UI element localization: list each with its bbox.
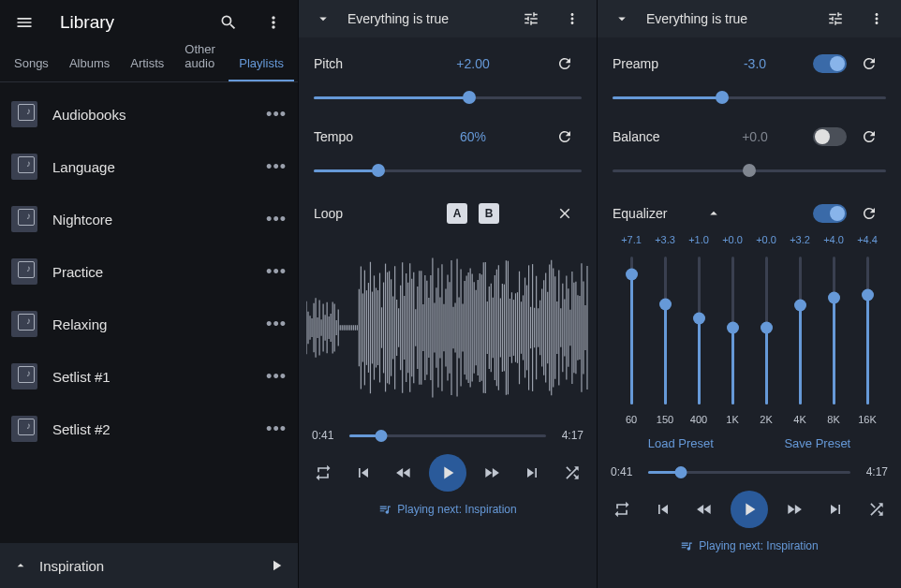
more-icon[interactable]: •••	[266, 419, 287, 439]
eq-slider[interactable]	[833, 257, 835, 404]
eq-band[interactable]: +1.0400	[682, 234, 716, 425]
eq-slider[interactable]	[731, 257, 734, 404]
more-icon[interactable]: •••	[266, 105, 287, 125]
eq-band[interactable]: +3.24K	[783, 234, 817, 425]
waveform[interactable]	[299, 234, 597, 421]
more-icon[interactable]: •••	[266, 210, 287, 229]
eq-freq: 2K	[760, 414, 772, 425]
chevron-up-icon[interactable]	[697, 197, 731, 230]
playlist-icon	[11, 363, 37, 390]
equalizer-row: Equalizer	[613, 193, 886, 234]
equalizer-toggle[interactable]	[813, 204, 847, 223]
play-button[interactable]	[731, 491, 768, 528]
tab-playlists[interactable]: Playlists	[229, 47, 294, 81]
repeat-icon[interactable]	[308, 458, 338, 488]
eq-band[interactable]: +3.3150	[648, 234, 682, 425]
eq-freq: 150	[657, 414, 673, 425]
playlist-item[interactable]: Practice•••	[0, 245, 298, 298]
forward-icon[interactable]	[779, 494, 809, 524]
eq-slider[interactable]	[630, 257, 633, 404]
repeat-icon[interactable]	[607, 494, 637, 524]
more-icon[interactable]: •••	[266, 367, 287, 387]
eq-slider[interactable]	[866, 257, 869, 404]
pitch-value[interactable]: +2.00	[398, 56, 548, 71]
tab-songs[interactable]: Songs	[4, 47, 59, 81]
reset-icon[interactable]	[852, 197, 886, 230]
reset-icon[interactable]	[548, 47, 582, 81]
pitch-slider[interactable]	[314, 81, 582, 114]
menu-icon[interactable]	[7, 6, 41, 39]
eq-slider[interactable]	[765, 257, 768, 404]
eq-band[interactable]: +4.08K	[817, 234, 850, 425]
tempo-value[interactable]: 60%	[398, 129, 548, 144]
rewind-icon[interactable]	[389, 458, 419, 488]
playlist-name: Setlist #2	[52, 421, 251, 437]
tab-artists[interactable]: Artists	[120, 47, 174, 81]
playing-next[interactable]: Playing next: Inspiration	[598, 533, 901, 559]
playlist-item[interactable]: Setlist #2•••	[0, 403, 298, 455]
playlist-item[interactable]: Language•••	[0, 140, 298, 193]
reset-icon[interactable]	[548, 120, 582, 154]
balance-label: Balance	[613, 129, 697, 144]
forward-icon[interactable]	[477, 458, 507, 488]
preamp-toggle[interactable]	[813, 54, 847, 73]
prev-track-icon[interactable]	[648, 494, 678, 524]
playlist-item[interactable]: Nightcore•••	[0, 193, 298, 245]
prev-track-icon[interactable]	[348, 458, 378, 488]
tune-icon[interactable]	[514, 2, 548, 36]
preamp-row: Preamp -3.0	[613, 47, 886, 81]
tab-albums[interactable]: Albums	[59, 47, 120, 81]
more-icon[interactable]	[555, 2, 589, 36]
seek-slider[interactable]	[648, 471, 850, 474]
eq-band[interactable]: +7.160	[614, 234, 648, 425]
pitch-row: Pitch +2.00	[314, 47, 582, 81]
shuffle-icon[interactable]	[557, 458, 587, 488]
eq-band[interactable]: +4.416K	[850, 234, 884, 425]
eq-slider[interactable]	[698, 257, 701, 404]
more-icon[interactable]: •••	[266, 157, 287, 177]
library-sidebar: Library SongsAlbumsArtistsOther audioPla…	[0, 0, 298, 588]
chevron-down-icon[interactable]	[605, 2, 639, 36]
rewind-icon[interactable]	[689, 494, 719, 524]
more-icon[interactable]	[257, 6, 290, 39]
tempo-slider[interactable]	[314, 154, 582, 187]
preamp-value[interactable]: -3.0	[697, 56, 813, 71]
more-icon[interactable]: •••	[266, 262, 287, 282]
eq-band[interactable]: +0.01K	[716, 234, 749, 425]
loop-a-button[interactable]: A	[447, 203, 467, 224]
playlist-icon	[11, 101, 37, 127]
tab-other-audio[interactable]: Other audio	[174, 33, 229, 81]
playing-next[interactable]: Playing next: Inspiration	[299, 496, 597, 522]
eq-band[interactable]: +0.02K	[749, 234, 783, 425]
shuffle-icon[interactable]	[862, 494, 892, 524]
pitch-label: Pitch	[314, 56, 398, 71]
seek-slider[interactable]	[349, 434, 546, 437]
playlist-item[interactable]: Relaxing•••	[0, 298, 298, 350]
now-playing-bar[interactable]: Inspiration	[0, 543, 298, 588]
eq-slider[interactable]	[664, 257, 667, 404]
next-track-icon[interactable]	[820, 494, 850, 524]
balance-value[interactable]: +0.0	[697, 129, 813, 144]
playlist-item[interactable]: Audiobooks•••	[0, 88, 298, 140]
chevron-down-icon[interactable]	[306, 2, 340, 36]
load-preset-button[interactable]: Load Preset	[648, 436, 714, 450]
loop-b-button[interactable]: B	[479, 203, 499, 224]
next-track-icon[interactable]	[517, 458, 547, 488]
balance-toggle[interactable]	[813, 127, 847, 146]
time-current: 0:41	[312, 429, 340, 442]
playlist-name: Language	[52, 159, 251, 175]
balance-slider[interactable]	[613, 154, 886, 187]
tune-icon[interactable]	[819, 2, 852, 36]
eq-slider[interactable]	[799, 257, 802, 404]
more-icon[interactable]	[860, 2, 894, 36]
reset-icon[interactable]	[852, 47, 886, 81]
close-icon[interactable]	[548, 197, 582, 230]
preamp-slider[interactable]	[613, 81, 886, 114]
now-playing-title: Inspiration	[39, 558, 257, 574]
play-icon[interactable]	[268, 557, 285, 574]
play-button[interactable]	[429, 454, 466, 492]
more-icon[interactable]: •••	[266, 315, 287, 334]
save-preset-button[interactable]: Save Preset	[784, 436, 850, 450]
playlist-item[interactable]: Setlist #1•••	[0, 350, 298, 403]
reset-icon[interactable]	[852, 120, 886, 154]
